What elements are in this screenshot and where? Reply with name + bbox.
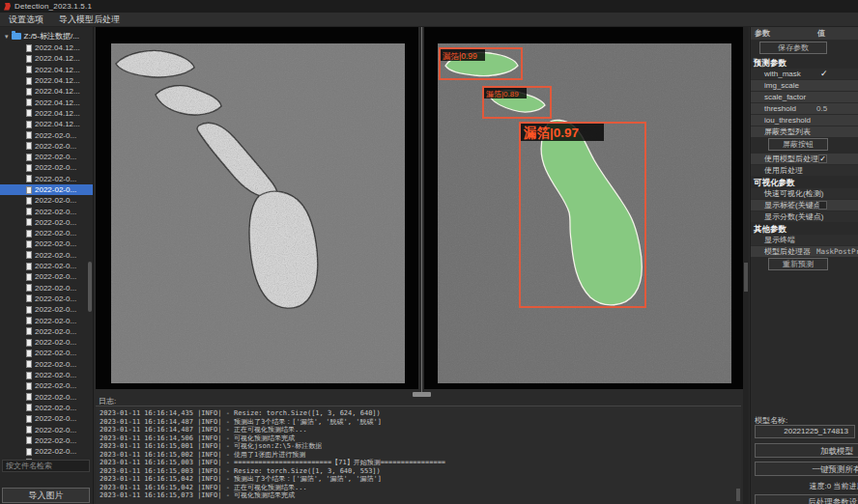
param-row[interactable]: with_mask✓	[751, 69, 858, 79]
param-row[interactable]: 显示标签(关键点)	[751, 200, 858, 210]
param-row[interactable]: 模型后处理器MaskPostPro	[751, 246, 858, 257]
log-line: 2023-01-11 16:16:15,073 |INFO| - 可视化预测结果…	[100, 491, 741, 500]
tree-item-file[interactable]: 2022-02-0...	[0, 162, 93, 173]
file-icon	[26, 66, 32, 73]
tree-item-file[interactable]: 2022-02-0...	[0, 304, 93, 315]
expander-icon[interactable]: ▾	[5, 33, 9, 41]
tree-item-file[interactable]: 2022-02-0...	[0, 184, 93, 195]
predict-all-button[interactable]: 一键预测所有	[755, 462, 858, 476]
speed-status: 速度:0 当前进度	[755, 481, 858, 491]
tree-item-file[interactable]: 2022-02-0...	[0, 152, 93, 162]
tree-item-file[interactable]: 2022-02-0...	[0, 348, 93, 358]
tree-item-file[interactable]: 2022-02-0...	[0, 261, 93, 271]
file-icon	[26, 294, 32, 302]
tree-item-file[interactable]: 2022-02-0...	[0, 228, 93, 238]
param-row[interactable]: 使用后处理	[751, 165, 858, 176]
tree-item-file[interactable]: 2022-02-0...	[0, 370, 93, 380]
menu-bar: 设置选项 导入模型后处理	[0, 13, 858, 27]
file-label: 2022-02-0...	[35, 404, 76, 412]
param-section-header: 其他参数	[751, 223, 858, 235]
param-action-button[interactable]: 屏蔽按钮	[768, 138, 828, 151]
tree-item-file[interactable]: 2022-02-0...	[0, 217, 93, 228]
tree-item-file[interactable]: 2022.04.12...	[0, 97, 93, 107]
param-row[interactable]: 显示分数(关键点)	[751, 211, 858, 222]
tree-item-file[interactable]: 2022.04.12...	[0, 108, 93, 119]
tree-item-file[interactable]: 2022-02-0...	[0, 359, 93, 370]
file-icon	[26, 230, 32, 238]
save-params-button[interactable]: 保存参数	[759, 42, 827, 54]
tree-item-file[interactable]: 2022-02-0...	[0, 294, 93, 304]
menu-item-settings[interactable]: 设置选项	[9, 14, 43, 26]
param-action-button[interactable]: 重新预测	[768, 258, 828, 270]
tree-item-file[interactable]: 2022-02-0...	[0, 380, 93, 391]
folder-icon	[12, 33, 21, 40]
log-line: 2023-01-11 16:16:15,003 |INFO| - Resize:…	[100, 467, 741, 476]
param-row[interactable]: iou_threshold	[751, 115, 858, 126]
file-label: 2022.04.12...	[35, 87, 80, 96]
param-row[interactable]: 快速可视化(检测)	[751, 188, 858, 199]
param-label: 显示终端	[764, 235, 795, 245]
tree-item-file[interactable]: 2022.04.12...	[0, 75, 93, 86]
tree-item-file[interactable]: 2022.04.12...	[0, 53, 93, 64]
tree-item-file[interactable]: 2022-02-0...	[0, 337, 93, 348]
checkbox-checked[interactable]: ✓	[818, 154, 827, 163]
tree-item-file[interactable]: 2022-02-0...	[0, 174, 93, 184]
menu-item-import-postprocess[interactable]: 导入模型后处理	[59, 14, 120, 26]
tree-item-file[interactable]: 2022-02-0...	[0, 392, 93, 403]
param-row[interactable]: 显示终端	[751, 235, 858, 245]
tree-item-file[interactable]: 2022-02-0...	[0, 129, 93, 140]
postprocess-params-button[interactable]: 后处理参数设置	[755, 494, 858, 504]
file-label: 2022-02-0...	[35, 447, 76, 456]
tree-scrollbar[interactable]	[88, 262, 92, 312]
tree-item-file[interactable]: 2022.04.12...	[0, 119, 93, 129]
param-row[interactable]: 屏蔽类型列表	[751, 126, 858, 137]
file-icon	[26, 240, 32, 248]
tree-item-file[interactable]: 2022-02-0...	[0, 238, 93, 249]
file-icon	[26, 263, 32, 270]
file-label: 2022.04.12...	[35, 76, 80, 85]
log-scrollbar[interactable]	[736, 489, 740, 501]
tree-root-folder[interactable]: ▾ Z:/5-标注数据/...	[0, 30, 93, 42]
file-label: 2022-02-0...	[35, 142, 76, 151]
tree-item-file[interactable]: 2022.04.12...	[0, 86, 93, 97]
tree-item-file[interactable]: 2022-02-0...	[0, 435, 93, 446]
log-console[interactable]: 2023-01-11 16:16:14,435 |INFO| - Resize:…	[96, 406, 741, 504]
file-icon	[26, 98, 32, 106]
param-row[interactable]: 使用模型后处理✓	[751, 154, 858, 164]
filename-search-input[interactable]	[2, 460, 90, 472]
tree-item-file[interactable]: 2022-02-0...	[0, 141, 93, 152]
param-row[interactable]: threshold0.5	[751, 103, 858, 114]
file-label: 2022-02-0...	[35, 327, 76, 336]
tree-item-file[interactable]: 2022-02-0...	[0, 326, 93, 337]
checkbox-unchecked[interactable]	[818, 201, 827, 210]
tree-item-file[interactable]: 2022-02-0...	[0, 195, 93, 206]
tree-item-file[interactable]: 2022-02-0...	[0, 413, 93, 424]
import-images-button[interactable]: 导入图片	[2, 488, 90, 503]
tree-item-file[interactable]: 2022-02-0...	[0, 271, 93, 282]
load-model-button[interactable]: 加载模型	[755, 443, 858, 458]
tree-item-file[interactable]: 2022-02-0...	[0, 315, 93, 325]
file-label: 2022-02-0...	[35, 262, 76, 270]
param-row[interactable]: scale_factor	[751, 92, 858, 102]
tree-item-file[interactable]: 2022-02-0...	[0, 403, 93, 413]
param-row[interactable]: img_scale	[751, 80, 858, 91]
prediction-image-viewer[interactable]: 漏箔|0.99 漏箔|0.89 漏箔|0.97	[424, 27, 749, 389]
log-line: 2023-01-11 16:16:14,506 |INFO| - 可视化预测结果…	[100, 434, 741, 443]
file-tree: ▾ Z:/5-标注数据/... 2022.04.12...2022.04.12.…	[0, 30, 93, 472]
tree-item-file[interactable]: 2022-02-0...	[0, 206, 93, 216]
original-image-viewer[interactable]	[96, 27, 418, 389]
tree-item-file[interactable]: 2022.04.12...	[0, 42, 93, 53]
file-label: 2022-02-0...	[35, 208, 76, 216]
splitter-grip[interactable]	[413, 392, 431, 397]
main-scrollbar-thumb[interactable]	[744, 263, 748, 292]
tree-item-file[interactable]: 2022-02-0...	[0, 283, 93, 294]
file-label: 2022-02-0...	[35, 185, 76, 194]
model-name-field[interactable]: 20221225_174813	[755, 425, 855, 438]
file-label: 2022-02-0...	[35, 251, 76, 260]
file-label: 2022-02-0...	[35, 349, 76, 357]
tree-item-file[interactable]: 2022-02-0...	[0, 446, 93, 457]
tree-item-file[interactable]: 2022.04.12...	[0, 65, 93, 75]
tree-item-file[interactable]: 2022-02-0...	[0, 424, 93, 434]
param-label: 模型后处理器	[764, 246, 811, 257]
tree-item-file[interactable]: 2022-02-0...	[0, 250, 93, 261]
